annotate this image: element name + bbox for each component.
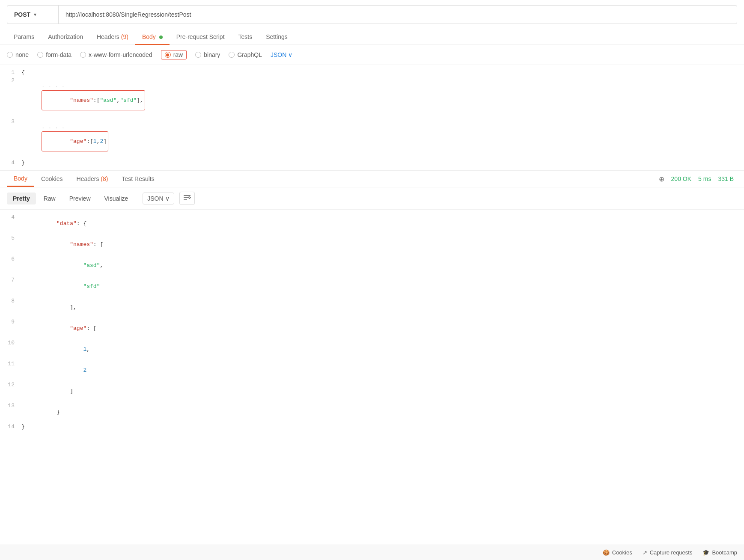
response-tab-body[interactable]: Body: [7, 171, 34, 187]
response-line-10: 10 1,: [0, 339, 744, 360]
response-tab-bar: Body Cookies Headers (8) Test Results ⊕ …: [0, 171, 744, 187]
request-code-editor[interactable]: 1 { 2 · · · · "names":["asd","sfd"], 3 ·…: [0, 65, 744, 171]
radio-circle-graphql: [229, 52, 235, 58]
format-preview-button[interactable]: Preview: [63, 193, 97, 204]
status-size: 331 B: [718, 175, 734, 182]
url-input[interactable]: [59, 11, 737, 18]
format-raw-button[interactable]: Raw: [38, 193, 62, 204]
json-dropdown-chevron: ∨: [288, 51, 292, 58]
format-pretty-button[interactable]: Pretty: [7, 193, 36, 204]
url-bar: POST ▾: [7, 5, 737, 24]
response-line-13: 13 }: [0, 402, 744, 423]
response-json-dropdown[interactable]: JSON ∨: [143, 193, 174, 204]
format-visualize-button[interactable]: Visualize: [98, 193, 134, 204]
tab-tests[interactable]: Tests: [232, 29, 259, 44]
radio-binary[interactable]: binary: [195, 51, 220, 58]
method-selector[interactable]: POST ▾: [7, 6, 59, 24]
response-tab-cookies[interactable]: Cookies: [34, 171, 70, 187]
response-headers-badge: (8): [101, 175, 108, 182]
response-tab-test-results[interactable]: Test Results: [115, 171, 161, 187]
response-line-7: 7 "sfd": [0, 276, 744, 297]
radio-raw[interactable]: raw: [161, 50, 187, 59]
tab-prerequest[interactable]: Pre-request Script: [170, 29, 232, 44]
radio-circle-urlencoded: [80, 52, 86, 58]
response-tab-headers[interactable]: Headers (8): [70, 171, 115, 187]
tab-settings[interactable]: Settings: [259, 29, 295, 44]
response-format-bar: Pretty Raw Preview Visualize JSON ∨: [0, 187, 744, 210]
response-line-11: 11 2: [0, 360, 744, 381]
request-line-2: 2 · · · · "names":["asd","sfd"],: [0, 77, 744, 118]
headers-badge: (9): [121, 33, 128, 40]
response-line-5: 5 "names": [: [0, 234, 744, 255]
request-line-3: 3 · · · · "age":[1,2]: [0, 118, 744, 159]
chevron-down-icon: ▾: [34, 12, 36, 18]
response-line-14: 14 }: [0, 423, 744, 431]
request-line-1: 1 {: [0, 68, 744, 77]
request-tab-bar: Params Authorization Headers (9) Body Pr…: [0, 29, 744, 45]
status-code: 200 OK: [671, 175, 691, 182]
request-line-4: 4 }: [0, 159, 744, 167]
body-active-dot: [159, 36, 163, 39]
response-line-12: 12 ]: [0, 381, 744, 402]
response-line-9: 9 "age": [: [0, 318, 744, 339]
radio-form-data[interactable]: form-data: [37, 51, 71, 58]
response-line-4: 4 "data": {: [0, 213, 744, 234]
radio-circle-raw: [165, 52, 171, 58]
radio-urlencoded[interactable]: x-www-form-urlencoded: [80, 51, 152, 58]
wrap-button[interactable]: [179, 192, 195, 205]
response-code-area: 4 "data": { 5 "names": [ 6 "asd", 7 "sfd…: [0, 210, 744, 434]
tab-body[interactable]: Body: [135, 29, 170, 44]
method-text: POST: [14, 11, 30, 18]
radio-circle-form-data: [37, 52, 43, 58]
body-type-bar: none form-data x-www-form-urlencoded raw…: [0, 45, 744, 65]
globe-icon: ⊕: [659, 175, 664, 183]
radio-none[interactable]: none: [7, 51, 29, 58]
status-time: 5 ms: [698, 175, 711, 182]
tab-params[interactable]: Params: [7, 29, 41, 44]
response-status: ⊕ 200 OK 5 ms 331 B: [659, 175, 737, 183]
json-format-dropdown[interactable]: JSON ∨: [271, 51, 292, 58]
radio-graphql[interactable]: GraphQL: [229, 51, 262, 58]
response-line-8: 8 ],: [0, 297, 744, 318]
radio-circle-binary: [195, 52, 201, 58]
response-line-6: 6 "asd",: [0, 255, 744, 276]
tab-headers[interactable]: Headers (9): [90, 29, 135, 44]
tab-authorization[interactable]: Authorization: [41, 29, 90, 44]
radio-circle-none: [7, 52, 13, 58]
response-json-chevron: ∨: [165, 195, 170, 202]
